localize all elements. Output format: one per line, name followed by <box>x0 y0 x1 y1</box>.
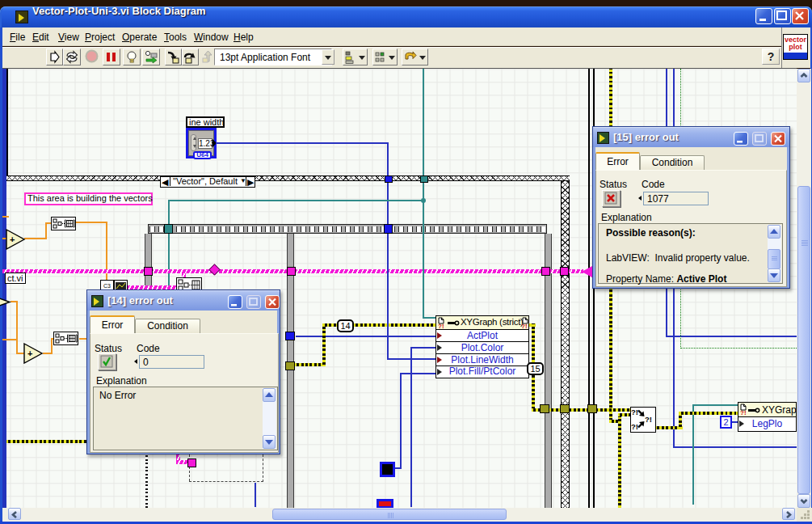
svg-text:?!: ?! <box>645 415 652 424</box>
svg-text:+: + <box>10 235 15 244</box>
svg-text:+: + <box>27 349 32 358</box>
svg-text:?!: ?! <box>631 408 638 416</box>
svg-text:?!: ?! <box>631 422 638 431</box>
